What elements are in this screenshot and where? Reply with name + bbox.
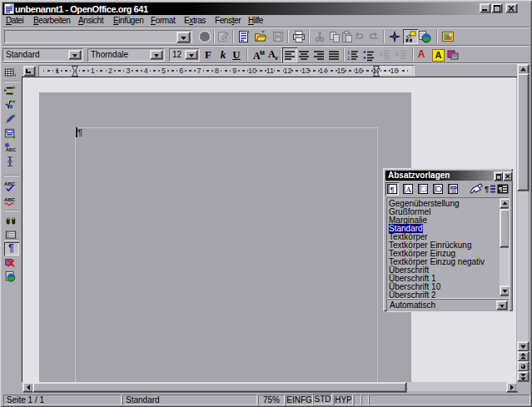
svg-text:¶: ¶ bbox=[499, 186, 503, 193]
svg-text:ABC: ABC bbox=[4, 196, 16, 202]
svg-text:1: 1 bbox=[347, 50, 351, 55]
svg-text:a: a bbox=[9, 102, 12, 110]
svg-text:ABC: ABC bbox=[6, 147, 16, 152]
svg-text:A: A bbox=[406, 186, 412, 194]
svg-text:v: v bbox=[275, 55, 278, 61]
svg-text:¶: ¶ bbox=[390, 186, 395, 194]
svg-text:M: M bbox=[260, 50, 265, 56]
svg-text:2: 2 bbox=[347, 56, 351, 61]
svg-text:¶: ¶ bbox=[485, 185, 489, 193]
